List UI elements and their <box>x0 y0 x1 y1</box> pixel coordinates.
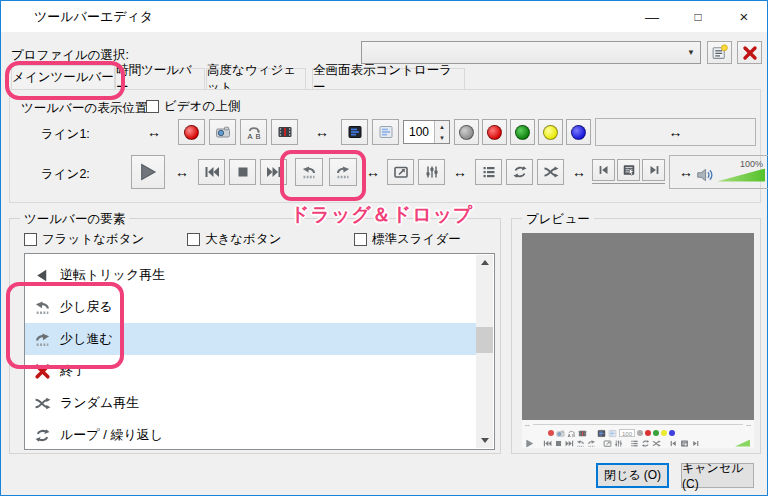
record-icon <box>548 430 554 436</box>
spinner-up-icon[interactable]: ▲ <box>435 121 449 132</box>
list-scrollbar[interactable] <box>476 255 493 448</box>
delete-profile-button[interactable] <box>737 41 762 64</box>
profile-select-label: プロファイルの選択: <box>11 47 129 64</box>
spacer-icon[interactable]: ↔ <box>450 164 470 180</box>
close-button[interactable]: 閉じる (O) <box>596 463 669 488</box>
line2-expanding-spacer[interactable]: ↔ 100% <box>669 155 768 189</box>
color-blue-icon <box>571 125 586 140</box>
playlist-dark-button[interactable] <box>341 119 368 145</box>
spacer-icon[interactable]: ↔ <box>312 124 332 140</box>
frame-next-button[interactable] <box>642 159 665 181</box>
stop-button[interactable] <box>229 159 256 185</box>
big-buttons-checkbox[interactable] <box>187 233 200 246</box>
shuffle-icon <box>652 439 661 448</box>
playlist-button[interactable] <box>475 159 502 185</box>
shuffle-button[interactable] <box>537 159 564 185</box>
spacer-icon[interactable]: ↔ <box>363 164 383 180</box>
tab-time-toolbar[interactable]: 時間ツールバー <box>115 68 205 89</box>
record-button[interactable] <box>178 119 205 145</box>
snapshot-button[interactable] <box>209 119 236 145</box>
native-slider-checkbox[interactable] <box>354 233 367 246</box>
list-item-jump-back[interactable]: 少し戻る <box>25 291 476 323</box>
color-green-icon <box>653 430 659 436</box>
list-item-quit[interactable]: 終了 <box>25 355 476 387</box>
above-video-checkbox-row: ビデオの上側 <box>146 98 240 115</box>
previous-button[interactable] <box>198 159 225 185</box>
toolbar-editor-dialog: ツールバーエディタ — □ × プロファイルの選択: ▼ メインツールバー 時間… <box>0 0 768 496</box>
above-video-label: ビデオの上側 <box>164 98 240 115</box>
big-buttons-label: 大きなボタン <box>205 231 281 248</box>
line2-group-transport <box>198 159 287 185</box>
color-blue-button[interactable] <box>566 119 591 145</box>
equalizer-button[interactable] <box>418 159 445 185</box>
preview-groupbox: プレビュー -- -- 100 <box>511 218 761 454</box>
list-item-loop[interactable]: ループ / 繰り返し <box>25 419 476 451</box>
profile-dropdown[interactable]: ▼ <box>361 41 701 64</box>
line1-label: ライン1: <box>41 126 90 143</box>
jump-forward-button[interactable] <box>329 158 357 186</box>
line1-group-record <box>178 119 298 145</box>
loop-button[interactable] <box>506 159 533 185</box>
native-slider-row: 標準スライダー <box>354 231 461 248</box>
previous-icon <box>543 439 552 448</box>
previous-icon <box>204 164 220 180</box>
frame-prev-icon <box>669 439 678 448</box>
play-button[interactable] <box>131 155 165 189</box>
line1-expanding-spacer[interactable]: ↔ <box>595 118 756 146</box>
list-item-label: ループ / 繰り返し <box>60 426 163 444</box>
toolbar-position-label: ツールバーの表示位置 <box>21 100 147 117</box>
color-gray-button[interactable] <box>454 119 479 145</box>
line2-row: ↔ ↔ ↔ ↔ ↔ 100% <box>131 153 756 190</box>
frame-prev-button[interactable] <box>592 159 615 181</box>
scroll-down-icon[interactable] <box>476 433 493 448</box>
frame-next-icon <box>647 163 661 177</box>
volume-slider[interactable] <box>717 169 765 182</box>
close-window-button[interactable]: × <box>721 1 767 32</box>
above-video-checkbox[interactable] <box>146 100 159 113</box>
new-profile-button[interactable] <box>707 41 732 64</box>
line2-group-view <box>387 159 445 185</box>
preview-line1: 100 <box>522 428 754 438</box>
spinner-down-icon[interactable]: ▼ <box>435 132 449 143</box>
vlc-cone-icon <box>9 8 27 26</box>
minimize-button[interactable]: — <box>629 1 675 32</box>
list-item-reverse-play[interactable]: 逆転トリック再生 <box>25 259 476 291</box>
color-red-button[interactable] <box>482 119 507 145</box>
jump-back-button[interactable] <box>295 158 323 186</box>
spacer-icon[interactable]: ↔ <box>144 124 164 140</box>
fullscreen-icon <box>393 164 409 180</box>
elements-list: 逆転トリック再生 少し戻る 少し進む 終了 ランダム再生 ループ / 繰り返し <box>24 253 495 450</box>
color-yellow-button[interactable] <box>538 119 563 145</box>
ab-loop-button[interactable] <box>240 119 267 145</box>
flat-buttons-row: フラットなボタン <box>24 231 144 248</box>
flat-buttons-checkbox[interactable] <box>24 233 37 246</box>
scroll-up-icon[interactable] <box>476 255 493 270</box>
color-green-button[interactable] <box>510 119 535 145</box>
fullscreen-button[interactable] <box>387 159 414 185</box>
loop-icon <box>512 164 528 180</box>
playlist-dark-icon <box>347 124 363 140</box>
menu-button[interactable] <box>617 159 640 181</box>
color-yellow-icon <box>543 125 558 140</box>
tab-main-toolbar[interactable]: メインツールバー <box>11 65 115 89</box>
list-item-jump-forward[interactable]: 少し進む <box>25 323 476 355</box>
scrollbar-thumb[interactable] <box>476 327 493 353</box>
frame-by-frame-button[interactable] <box>271 119 298 145</box>
list-item-random[interactable]: ランダム再生 <box>25 387 476 419</box>
preview-time-right: -- <box>746 421 751 428</box>
tab-advanced-widget[interactable]: 高度なウィジェット <box>206 68 306 89</box>
cancel-button[interactable]: キャンセル (C) <box>681 463 754 488</box>
next-button[interactable] <box>260 159 287 185</box>
stop-icon <box>235 164 251 180</box>
jump-forward-icon <box>335 164 351 180</box>
spacer-icon[interactable]: ↔ <box>172 164 192 180</box>
size-spinner[interactable]: 100 ▲ ▼ <box>403 120 450 144</box>
spacer-icon[interactable]: ↔ <box>569 164 589 180</box>
volume-widget[interactable]: 100% <box>696 159 765 185</box>
play-icon <box>525 439 534 448</box>
playlist-dark-icon <box>597 429 606 438</box>
playlist-light-button[interactable] <box>372 119 399 145</box>
preview-line2 <box>522 438 754 448</box>
tab-fullscreen-controller[interactable]: 全画面表示コントローラー <box>312 68 465 89</box>
maximize-button[interactable]: □ <box>675 1 721 32</box>
